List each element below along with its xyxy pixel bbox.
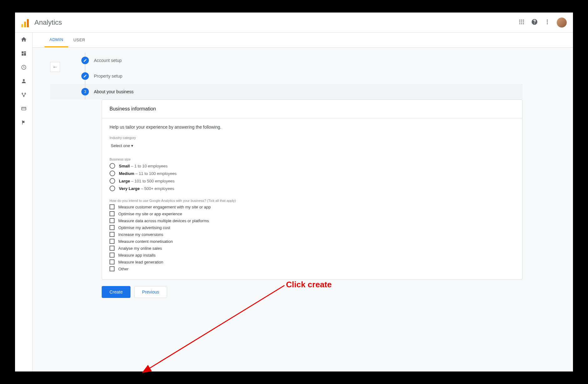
svg-rect-21 (22, 107, 26, 110)
apps-icon[interactable] (519, 19, 525, 26)
fork-icon[interactable] (21, 92, 27, 99)
svg-line-22 (148, 285, 284, 369)
tabs: ADMIN USER (33, 33, 573, 48)
radio-label: Very Large – 500+ employees (119, 186, 174, 191)
checkbox-label: Other (118, 267, 129, 271)
checkbox-label: Optimise my advertising cost (118, 225, 170, 230)
user-icon[interactable] (21, 78, 27, 85)
svg-point-5 (523, 21, 524, 22)
help-text: Help us tailor your experience by answer… (110, 125, 515, 130)
size-option-3[interactable]: Very Large – 500+ employees (110, 186, 515, 191)
previous-button[interactable]: Previous (134, 286, 167, 298)
size-option-2[interactable]: Large – 101 to 500 employees (110, 178, 515, 184)
checkbox-icon (110, 225, 115, 230)
business-info-card: Business information Help us tailor your… (102, 100, 523, 280)
svg-point-10 (547, 21, 548, 22)
svg-point-8 (523, 23, 524, 24)
app-title: Analytics (34, 18, 62, 27)
analytics-logo-icon (21, 18, 31, 27)
intent-option-3[interactable]: Optimise my advertising cost (110, 225, 515, 230)
checkbox-icon (110, 266, 115, 271)
radio-icon (110, 178, 115, 184)
intent-option-1[interactable]: Optimise my site or app experience (110, 211, 515, 216)
radio-icon (110, 171, 115, 176)
more-icon[interactable] (544, 19, 550, 26)
svg-point-3 (519, 21, 520, 22)
size-label: Business size (110, 157, 515, 161)
svg-point-9 (547, 19, 548, 20)
svg-point-6 (519, 23, 520, 24)
industry-select[interactable]: Select one ▾ (110, 141, 135, 150)
radio-icon (110, 163, 115, 169)
checkbox-label: Measure app installs (118, 253, 156, 258)
radio-label: Large – 101 to 500 employees (119, 179, 175, 183)
size-option-0[interactable]: Small – 1 to 10 employees (110, 163, 515, 169)
intent-option-4[interactable]: Increase my conversions (110, 232, 515, 237)
svg-point-4 (521, 21, 522, 22)
card-title: Business information (102, 100, 522, 118)
intent-option-9[interactable]: Other (110, 266, 515, 271)
pencil-icon (81, 72, 89, 80)
intent-option-0[interactable]: Measure customer engagement with my site… (110, 204, 515, 209)
checkbox-icon (110, 204, 115, 209)
svg-point-11 (547, 23, 548, 24)
intent-option-2[interactable]: Measure data across multiple devices or … (110, 218, 515, 223)
back-button[interactable]: ← (50, 62, 60, 72)
card-icon[interactable] (21, 106, 27, 113)
svg-point-18 (22, 93, 23, 94)
home-icon[interactable] (21, 36, 27, 44)
svg-point-7 (521, 23, 522, 24)
intent-option-7[interactable]: Measure app installs (110, 253, 515, 258)
tab-user[interactable]: USER (68, 33, 90, 47)
radio-label: Small – 1 to 10 employees (119, 164, 167, 168)
checkbox-label: Optimise my site or app experience (118, 212, 182, 216)
flag-icon[interactable] (21, 120, 27, 126)
svg-point-17 (23, 79, 25, 81)
pencil-icon (81, 57, 89, 64)
step-account-setup[interactable]: Account setup (81, 53, 573, 68)
step-about-business: 3 About your business (50, 84, 523, 100)
svg-point-0 (519, 19, 520, 20)
annotation-text: Click create (286, 280, 332, 289)
checkbox-label: Analyse my online sales (118, 246, 162, 251)
clock-icon[interactable] (21, 64, 27, 71)
checkbox-icon (110, 246, 115, 251)
step-label: Property setup (94, 74, 122, 79)
step-property-setup[interactable]: Property setup (81, 68, 573, 84)
dashboard-icon[interactable] (21, 51, 27, 58)
svg-rect-12 (22, 51, 23, 53)
svg-point-1 (521, 19, 522, 20)
checkbox-icon (110, 211, 115, 216)
svg-rect-13 (24, 51, 26, 53)
checkbox-label: Measure lead generation (118, 260, 163, 264)
radio-label: Medium – 11 to 100 employees (119, 171, 176, 176)
checkbox-icon (110, 253, 115, 258)
svg-rect-15 (22, 54, 23, 56)
svg-point-20 (23, 96, 24, 97)
size-option-1[interactable]: Medium – 11 to 100 employees (110, 171, 515, 176)
help-icon[interactable] (531, 18, 538, 27)
checkbox-icon (110, 259, 115, 264)
step-label: Account setup (94, 58, 122, 63)
intent-label: How do you intend to use Google Analytic… (110, 199, 515, 202)
intent-option-6[interactable]: Analyse my online sales (110, 246, 515, 251)
checkbox-icon (110, 218, 115, 223)
intent-option-5[interactable]: Measure content monetisation (110, 239, 515, 244)
create-button[interactable]: Create (102, 286, 130, 298)
checkbox-label: Measure data across multiple devices or … (118, 218, 209, 223)
radio-icon (110, 186, 115, 191)
intent-option-8[interactable]: Measure lead generation (110, 259, 515, 264)
checkbox-icon (110, 232, 115, 237)
industry-label: Industry category (110, 136, 515, 140)
checkbox-label: Measure customer engagement with my site… (118, 205, 211, 209)
step-number: 3 (81, 88, 89, 95)
checkbox-icon (110, 239, 115, 244)
step-label: About your business (94, 89, 134, 94)
tab-admin[interactable]: ADMIN (44, 33, 68, 47)
app-header: Analytics (15, 13, 573, 33)
left-nav (15, 33, 33, 371)
svg-point-2 (523, 19, 524, 20)
svg-point-19 (25, 93, 26, 94)
avatar[interactable] (557, 18, 567, 28)
svg-rect-14 (24, 53, 26, 56)
